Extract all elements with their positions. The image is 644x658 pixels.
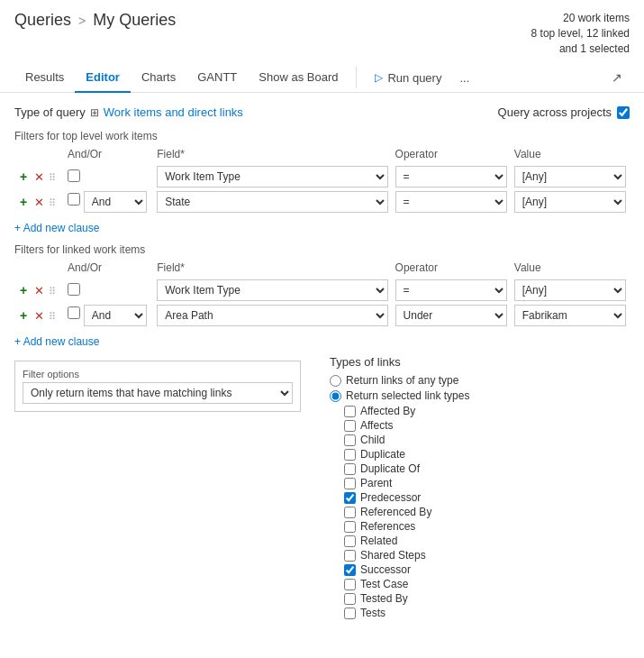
cb-affected-by: Affected By [330,405,510,417]
run-query-button[interactable]: ▷ Run query [364,67,452,89]
cb-duplicate-input[interactable] [344,449,356,461]
filter-options-select[interactable]: Only return items that have matching lin… [23,382,293,404]
field-select[interactable]: Work Item Type [157,279,387,301]
remove-row-button[interactable]: ✕ [32,196,46,209]
cb-successor-label: Successor [360,563,411,576]
table-row: + ✕ ⠿ And Or Area Path [14,303,630,328]
drag-handle[interactable]: ⠿ [49,172,56,183]
value-select[interactable]: [Any] [514,166,626,187]
cb-successor-input[interactable] [344,564,356,576]
cb-affected-by-label: Affected By [360,405,415,417]
cb-referenced-by-label: Referenced By [360,506,431,518]
drag-handle[interactable]: ⠿ [49,286,56,297]
cb-duplicate-of-label: Duplicate Of [360,462,420,475]
cb-tested-by-input[interactable] [344,593,356,605]
row-checkbox[interactable] [68,306,80,319]
tab-divider [356,67,357,88]
cb-affected-by-input[interactable] [344,406,356,417]
radio-selected-types-input[interactable] [330,390,341,402]
field-cell: Area Path [153,303,391,328]
row-checkbox[interactable] [68,169,80,182]
cb-shared-steps: Shared Steps [330,549,510,562]
filter-options-col: Filter options Only return items that ha… [14,355,312,621]
cb-parent-input[interactable] [344,478,356,489]
cb-tests-input[interactable] [344,608,356,619]
add-row-button[interactable]: + [18,283,29,297]
breadcrumb-current: My Queries [93,11,176,30]
types-of-links-col: Types of links Return links of any type … [330,355,510,621]
work-items-count: 20 work items [531,11,630,26]
drag-handle[interactable]: ⠿ [49,197,56,208]
andor-select[interactable]: And Or [84,305,147,326]
cb-affects-input[interactable] [344,420,356,432]
value-select[interactable]: [Any] [514,191,626,213]
add-row-button[interactable]: + [18,195,29,209]
work-items-detail: 8 top level, 12 linked [531,26,630,41]
field-select[interactable]: State [157,191,387,213]
tab-results[interactable]: Results [14,63,75,93]
drag-handle[interactable]: ⠿ [49,311,56,322]
query-across-label: Query across projects [498,105,612,119]
add-clause-top-button[interactable]: + Add new clause [14,218,99,238]
value-select[interactable]: Fabrikam [514,305,626,326]
tab-editor[interactable]: Editor [75,63,131,93]
operator-cell: = [392,189,511,215]
cb-tested-by-label: Tested By [360,592,408,605]
field-select[interactable]: Area Path [157,305,387,326]
row-controls: + ✕ ⠿ [14,278,64,303]
add-clause-linked-button[interactable]: + Add new clause [14,332,99,352]
tab-charts[interactable]: Charts [131,63,186,93]
andor-cell: And Or [64,189,153,215]
radio-any-type: Return links of any type [330,374,510,387]
cb-referenced-by: Referenced By [330,506,510,518]
remove-row-button[interactable]: ✕ [32,284,46,297]
remove-row-button[interactable]: ✕ [32,170,46,184]
breadcrumb-parent[interactable]: Queries [14,11,71,30]
breadcrumb: Queries > My Queries [14,11,176,30]
cb-child-input[interactable] [344,434,356,446]
cb-successor: Successor [330,563,510,576]
operator-select[interactable]: = [395,191,507,213]
types-of-links-header: Types of links [330,355,510,369]
query-type-row: Type of query ⊞ Work items and direct li… [14,100,630,124]
cb-duplicate-of-input[interactable] [344,463,356,475]
radio-any-type-input[interactable] [330,375,341,387]
operator-select[interactable]: = [395,279,507,301]
cb-parent: Parent [330,477,510,489]
query-type-label: Type of query ⊞ Work items and direct li… [14,105,243,119]
more-options-button[interactable]: ... [452,67,476,89]
cb-referenced-by-input[interactable] [344,507,356,518]
cb-affects-label: Affects [360,419,393,432]
cb-duplicate: Duplicate [330,448,510,461]
run-query-label: Run query [387,71,441,85]
remove-row-button[interactable]: ✕ [32,309,46,323]
cb-test-case-input[interactable] [344,579,356,590]
value-cell: [Any] [511,189,630,215]
andor-select[interactable]: And Or [84,191,147,213]
expand-button[interactable]: ↗ [604,66,630,89]
filter-options-box: Filter options Only return items that ha… [14,361,301,412]
tab-show-as-board[interactable]: Show as Board [248,63,349,93]
cb-predecessor-input[interactable] [344,492,356,504]
row-checkbox[interactable] [68,193,80,206]
cb-references-input[interactable] [344,521,356,533]
th-value-linked: Value [511,260,630,278]
operator-select[interactable]: = [395,166,507,187]
add-row-button[interactable]: + [18,169,29,184]
cb-shared-steps-input[interactable] [344,550,356,562]
operator-select[interactable]: Under [395,305,507,326]
cb-related-label: Related [360,535,397,547]
field-select[interactable]: Work Item Type [157,166,387,187]
filter-options-label: Filter options [23,369,293,379]
value-select[interactable]: [Any] [514,279,626,301]
tab-gantt[interactable]: GANTT [186,63,248,93]
add-row-button[interactable]: + [18,308,29,323]
row-checkbox[interactable] [68,283,80,296]
cb-affects: Affects [330,419,510,432]
query-across-checkbox[interactable] [617,106,630,119]
th-field-linked: Field* [153,260,391,278]
query-type-value[interactable]: Work items and direct links [104,105,243,119]
cb-related-input[interactable] [344,535,356,547]
query-type-text-label: Type of query [14,105,86,119]
cb-references: References [330,520,510,533]
